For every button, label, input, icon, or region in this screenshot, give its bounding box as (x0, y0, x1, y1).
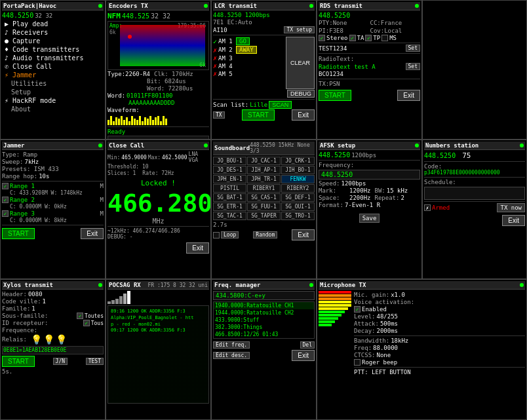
rds-set2-button[interactable]: Set (406, 63, 420, 70)
menu-play-dead[interactable]: ▶ Play dead (2, 20, 104, 28)
mic-enabled-checkbox[interactable]: ✓ (354, 306, 361, 313)
encoders-status-row: Ready (107, 128, 209, 135)
menu-code-tx[interactable]: ♦ Code transmitters (2, 45, 104, 54)
mic-level-col (319, 291, 351, 375)
sb-fenkw[interactable]: FENKW (281, 175, 315, 183)
afsk-repeat-label: Repeat: (375, 195, 400, 201)
xylos-start-button[interactable]: START (2, 356, 35, 367)
debug-button[interactable]: DEBUG (287, 90, 315, 98)
tp-checkbox[interactable]: ✓ (365, 35, 372, 41)
menu-hackrf[interactable]: ⚡ HackRF mode (2, 96, 104, 105)
rds-radiotext-label-row: RadioText: (319, 55, 420, 62)
stereo-checkbox[interactable]: ✓ (319, 35, 325, 41)
clear-button[interactable]: CLEAR (286, 37, 315, 89)
edit-freq-button[interactable]: Edit freq. (213, 341, 250, 349)
tx-now-button[interactable]: TX now (497, 203, 525, 212)
rds-set1-button[interactable]: Set (406, 45, 420, 52)
scan-button[interactable]: SCAN (269, 101, 292, 109)
pocsag-msg3: p - red - mon02.mi (111, 322, 193, 328)
sb-jo-des[interactable]: JO_DES-1 (213, 166, 246, 174)
toutes-checkbox[interactable]: ✓ (77, 313, 83, 319)
numbers-exit-button[interactable]: Exit (502, 215, 525, 226)
tous-checkbox[interactable]: ✓ (83, 320, 90, 326)
menu-setup[interactable]: Setup (2, 88, 104, 96)
armed-checkbox[interactable]: ✗ (424, 204, 431, 211)
status-dot2 (204, 4, 208, 8)
sb-jih-bo[interactable]: JIH_BO-1 (281, 166, 315, 174)
menu-receivers[interactable]: ♪ Receivers (2, 28, 104, 37)
ta-checkbox[interactable]: ✓ (349, 35, 356, 41)
fm-entry2[interactable]: 1944.0000:Ratatouille CH2 (214, 309, 314, 316)
afsk-save-button[interactable]: Save (359, 214, 380, 223)
fm-exit-button[interactable]: Exit (292, 350, 315, 361)
rds-info-grid: PTY:None CC:France PI:F3E8 Cov:Local (319, 20, 420, 34)
roger-checkbox[interactable] (354, 359, 361, 366)
mic-level-row: Level: 48/255 (354, 313, 525, 320)
loop-button[interactable]: Loop (221, 231, 239, 239)
sb-jph-tr[interactable]: JPH_TR-1 (247, 175, 281, 183)
random-button[interactable]: Random (253, 231, 277, 239)
xylos-dot (98, 283, 102, 287)
sb-sg-cas[interactable]: SG_CAS-1 (247, 193, 281, 202)
range3-checkbox[interactable]: ✓ (2, 210, 9, 217)
fm-entry4[interactable]: 382.3000:Things (214, 324, 314, 331)
sb-sg-oui[interactable]: SG_OUI-1 (281, 202, 315, 211)
sb-jph-en[interactable]: JPH_EN-1 (213, 175, 246, 183)
tx-setup-button[interactable]: TX setup (284, 26, 315, 33)
jammer-range3: ✓ Range 3 M C: 0.0000M W: 8kHz (2, 210, 104, 223)
sb-sg-taper[interactable]: SG_TAPER (247, 212, 281, 220)
menu-jammer[interactable]: ⚡ Jammer (2, 71, 104, 79)
menu-close-call[interactable]: ✆ Close Call (2, 62, 104, 71)
fm-dot (309, 283, 313, 287)
jammer-exit-button[interactable]: Exit (81, 228, 104, 239)
am2-away-button[interactable]: AWAY (236, 46, 257, 54)
start-button[interactable]: START (242, 109, 275, 121)
sb-sg-etr[interactable]: SG_ETR-1 (213, 202, 246, 211)
range1-checkbox[interactable]: ✓ (2, 183, 9, 189)
menu-audio-tx[interactable]: ♪ Audio transmitters (2, 54, 104, 62)
am1-go-button[interactable]: GO (236, 37, 250, 45)
soundboard-info: 448.5250 15kHz None 3/3 (250, 142, 313, 154)
ms-checkbox[interactable] (381, 35, 388, 41)
sb-pistil[interactable]: PISTIL (213, 184, 246, 193)
numbers-schedule-input[interactable] (424, 187, 525, 200)
sb-jih-ap[interactable]: JIH_AP-1 (247, 166, 281, 174)
lcr-tx-button[interactable]: TX (213, 111, 225, 119)
menu-utilities[interactable]: Utilities (2, 79, 104, 88)
jammer-start-button[interactable]: START (2, 228, 35, 239)
sb-sg-fuu[interactable]: SG_FUU-1 (247, 202, 281, 211)
pocsag-msg4: 09:17 1200 OK ADDR:3356 F:3 (111, 328, 193, 334)
fm-entry1[interactable]: 1940.0000:Ratatouille CH1 (214, 302, 314, 309)
cc-exit-button[interactable]: Exit (186, 242, 209, 254)
sb-jo-crk[interactable]: JO_CRK-1 (281, 157, 315, 165)
sb-jo-cac[interactable]: JO_CAC-1 (247, 157, 281, 165)
sb-ribery1[interactable]: RIBERY1 (247, 184, 281, 193)
del-button[interactable]: Del (300, 341, 315, 349)
fm-entry3[interactable]: 433.9000:Stuff (214, 316, 314, 324)
rds-start-button[interactable]: START (319, 90, 351, 101)
loop-checkbox[interactable] (213, 232, 220, 239)
sb-ribery2[interactable]: RIBERY2 (281, 184, 315, 193)
xylos-test-button[interactable]: TEST (86, 358, 104, 365)
sb-sg-tac[interactable]: SG_TAC-1 (213, 212, 246, 220)
afsk-freq-input[interactable]: 448.5250 (319, 170, 420, 180)
fm-entry5[interactable]: 466.8500:12/26 01:43 (214, 331, 314, 338)
vu-green5 (319, 311, 345, 313)
sb-sg-bat[interactable]: SG_BAT-1 (213, 193, 246, 202)
scan-city: Lille (250, 102, 267, 108)
sb-sg-tro[interactable]: SG_TRO-1 (281, 212, 315, 220)
exit-button[interactable]: Exit (292, 109, 315, 121)
rds-exit-button[interactable]: Exit (397, 90, 420, 101)
lcr-am4-row: ✗ AM 4 (213, 62, 284, 69)
xylos-jn-button[interactable]: J/N (53, 358, 68, 365)
sb-sg-def[interactable]: SG_DEF-1 (281, 193, 315, 202)
menu-capture[interactable]: ● Capture (2, 37, 104, 45)
sb-jo-bou[interactable]: JO_BOU-1 (213, 157, 246, 165)
range2-m: M (100, 197, 104, 203)
encoders-bit: Bit: 6824us (147, 78, 186, 85)
cc-locked: Locked ! (107, 179, 209, 187)
range2-checkbox[interactable]: ✓ (2, 197, 9, 203)
soundboard-exit-button[interactable]: Exit (292, 229, 315, 240)
menu-about[interactable]: About (2, 105, 104, 113)
edit-desc-button[interactable]: Edit desc. (213, 352, 250, 359)
